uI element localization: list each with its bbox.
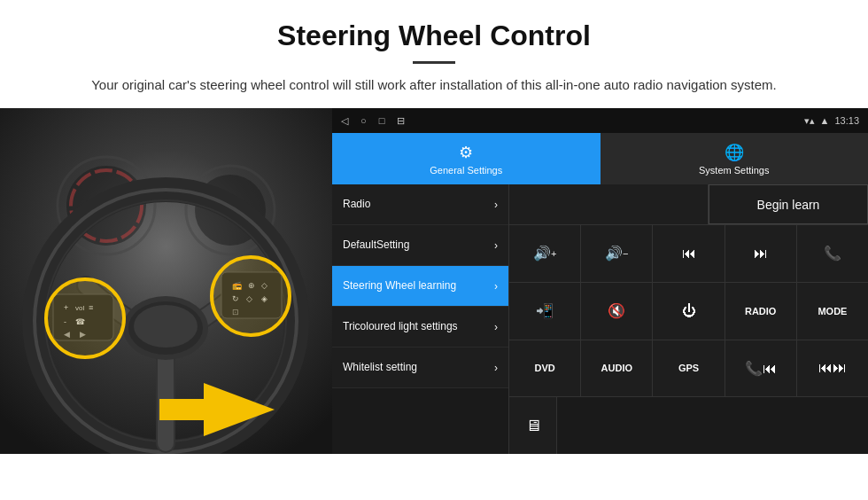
general-settings-icon: ⚙: [459, 143, 473, 162]
gps-label: GPS: [678, 363, 699, 373]
back-icon[interactable]: ◁: [341, 115, 348, 127]
usb-row: 🖥: [509, 397, 868, 454]
usb-button[interactable]: 🖥: [509, 397, 557, 454]
svg-rect-31: [159, 399, 208, 420]
chevron-right-icon: ›: [494, 239, 498, 252]
tab-general[interactable]: ⚙ General Settings: [332, 133, 601, 184]
header-description: Your original car's steering wheel contr…: [53, 74, 815, 96]
page-title: Steering Wheel Control: [53, 20, 815, 52]
tab-bar: ⚙ General Settings 🌐 System Settings: [332, 133, 868, 184]
phone-prev-button[interactable]: 📞⏮: [725, 340, 797, 397]
signal-icon: ▾▴: [804, 115, 815, 127]
phone-icon: 📞: [824, 245, 841, 262]
header-divider: [413, 61, 455, 64]
control-row-1: 🔊 + 🔊 − ⏮ ⏭: [509, 225, 868, 283]
phone-prev-icon: 📞⏮: [745, 360, 777, 377]
recents-icon[interactable]: □: [379, 115, 385, 126]
next-track-button[interactable]: ⏭: [725, 225, 797, 282]
usb-icon: 🖥: [525, 417, 541, 435]
mute-button[interactable]: 🔇: [581, 283, 653, 340]
steering-wheel-svg: + vol ≡ - ☎ ◀ ▶ 📻 ⊕ ◇ ↻ ◇ ◈ ⊡: [0, 108, 332, 454]
settings-area: Radio › DefaultSetting › Steering Wheel …: [332, 184, 868, 454]
skip-combo-button[interactable]: ⏮⏭: [797, 340, 868, 397]
volume-down-button[interactable]: 🔊 −: [581, 225, 653, 282]
chevron-right-icon: ›: [494, 199, 498, 211]
menu-item-radio[interactable]: Radio ›: [332, 184, 508, 225]
car-image-section: + vol ≡ - ☎ ◀ ▶ 📻 ⊕ ◇ ↻ ◇ ◈ ⊡: [0, 108, 332, 454]
status-bar: ◁ ○ □ ⊟ ▾▴ ▲ 13:13: [332, 108, 868, 133]
menu-item-steering[interactable]: Steering Wheel learning ›: [332, 266, 508, 307]
gps-button[interactable]: GPS: [653, 340, 725, 397]
mute-icon: 🔇: [608, 302, 625, 319]
page-wrapper: Steering Wheel Control Your original car…: [0, 0, 868, 454]
dvd-button[interactable]: DVD: [509, 340, 581, 397]
tab-system[interactable]: 🌐 System Settings: [601, 133, 869, 184]
menu-item-tricolour-label: Tricoloured light settings: [343, 320, 458, 334]
general-settings-label: General Settings: [430, 165, 502, 176]
chevron-right-icon: ›: [494, 362, 498, 374]
dvd-label: DVD: [534, 363, 554, 373]
answer-call-button[interactable]: 📲: [509, 283, 581, 340]
power-icon: ⏻: [682, 303, 696, 319]
menu-item-steering-label: Steering Wheel learning: [343, 279, 456, 293]
mode-label: MODE: [818, 306, 847, 316]
control-panel: Begin learn 🔊 + 🔊 −: [509, 184, 868, 454]
audio-button[interactable]: AUDIO: [581, 340, 653, 397]
status-right: ▾▴ ▲ 13:13: [804, 115, 859, 127]
svg-point-29: [212, 257, 290, 335]
answer-call-icon: 📲: [536, 302, 554, 319]
begin-learn-label: Begin learn: [757, 198, 820, 212]
android-panel: ◁ ○ □ ⊟ ▾▴ ▲ 13:13 ⚙ General Settings: [332, 108, 868, 454]
radio-label: RADIO: [745, 306, 776, 316]
home-icon[interactable]: ○: [360, 115, 367, 126]
menu-item-whitelist[interactable]: Whitelist setting ›: [332, 348, 508, 388]
begin-learn-button[interactable]: Begin learn: [709, 184, 868, 224]
menu-item-tricolour[interactable]: Tricoloured light settings ›: [332, 307, 508, 348]
mode-button[interactable]: MODE: [797, 283, 868, 340]
next-track-icon: ⏭: [754, 246, 768, 262]
main-content: + vol ≡ - ☎ ◀ ▶ 📻 ⊕ ◇ ↻ ◇ ◈ ⊡: [0, 108, 868, 454]
radio-row: Begin learn: [509, 184, 868, 225]
svg-point-28: [46, 279, 124, 357]
system-settings-label: System Settings: [699, 165, 769, 176]
system-settings-icon: 🌐: [725, 143, 744, 162]
volume-up-icon: 🔊: [533, 245, 551, 262]
menu-item-default-label: DefaultSetting: [343, 238, 409, 253]
audio-label: AUDIO: [601, 363, 632, 373]
menu-icon[interactable]: ⊟: [397, 115, 405, 127]
control-row-3: DVD AUDIO GPS 📞⏮ ⏮⏭: [509, 340, 868, 398]
chevron-right-icon: ›: [494, 321, 498, 333]
svg-point-11: [134, 305, 198, 348]
menu-list: Radio › DefaultSetting › Steering Wheel …: [332, 184, 509, 454]
power-button[interactable]: ⏻: [653, 283, 725, 340]
header-section: Steering Wheel Control Your original car…: [0, 0, 868, 108]
nav-icons: ◁ ○ □ ⊟: [341, 115, 405, 127]
volume-down-icon: 🔊: [605, 245, 623, 262]
wifi-icon: ▲: [820, 115, 830, 126]
phone-button[interactable]: 📞: [797, 225, 868, 282]
chevron-right-icon: ›: [494, 280, 498, 293]
prev-track-button[interactable]: ⏮: [653, 225, 725, 282]
menu-item-radio-label: Radio: [343, 198, 370, 212]
prev-track-icon: ⏮: [682, 246, 696, 262]
volume-up-button[interactable]: 🔊 +: [509, 225, 581, 282]
menu-item-whitelist-label: Whitelist setting: [343, 361, 417, 375]
menu-item-default[interactable]: DefaultSetting ›: [332, 225, 508, 266]
skip-combo-icon: ⏮⏭: [818, 360, 847, 376]
time-display: 13:13: [834, 115, 859, 126]
radio-button[interactable]: RADIO: [725, 283, 797, 340]
control-row-2: 📲 🔇 ⏻ RADIO MODE: [509, 283, 868, 340]
radio-empty-space: [509, 184, 709, 224]
